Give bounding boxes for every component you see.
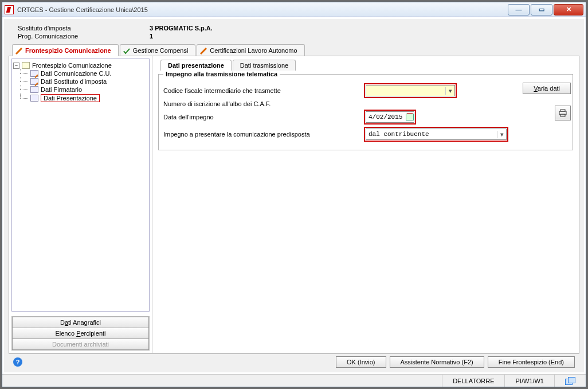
highlight-box: 4/02/2015 xyxy=(364,110,416,125)
subtab-dati-presentazione[interactable]: Dati presentazione xyxy=(160,60,232,71)
printer-icon xyxy=(558,109,567,117)
impegno-presentare-label: Impegno a presentare la comunicazione pr… xyxy=(163,131,364,138)
subtab-label: Dati presentazione xyxy=(168,62,224,69)
tab-certificazioni[interactable]: Certificazioni Lavoro Autonomo xyxy=(197,44,304,56)
sub-tab-strip: Dati presentazione Dati trasmissione xyxy=(157,60,574,71)
page-pencil-icon xyxy=(30,78,38,85)
page-icon xyxy=(30,95,38,102)
impegno-presentare-combo[interactable]: dal contribuente ▾ xyxy=(366,129,507,140)
collapse-icon[interactable]: − xyxy=(13,63,19,69)
fine-button[interactable]: Fine Frontespizio (End) xyxy=(488,356,575,368)
status-bar: DELLATORRE PI/W1/W1 xyxy=(2,374,586,387)
highlight-box: dal contribuente ▾ xyxy=(364,127,508,142)
codice-fiscale-label: Codice fiscale intermediario che trasmet… xyxy=(163,87,364,94)
svg-line-1 xyxy=(201,48,206,54)
impegno-legend: Impegno alla trasmissione telematica xyxy=(163,71,280,77)
check-icon xyxy=(123,48,130,55)
left-button-group: Dati Anagrafici Elenco Percipienti Docum… xyxy=(11,316,150,351)
chevron-down-icon[interactable]: ▾ xyxy=(445,87,454,95)
varia-dati-button[interactable]: Varia dati xyxy=(523,83,571,94)
data-impegno-value: 4/02/2015 xyxy=(366,114,405,120)
content-area: Sostituto d'imposta 3 PROGMATIC S.p.A. P… xyxy=(3,18,585,373)
left-panel: − Frontespizio Comunicazione Dati Comuni… xyxy=(9,56,152,353)
body: − Frontespizio Comunicazione Dati Comuni… xyxy=(9,56,579,353)
highlight-box: ▾ xyxy=(364,83,457,98)
ok-button[interactable]: OK (Invio) xyxy=(336,356,386,368)
svg-line-0 xyxy=(16,48,22,54)
ok-button-label: OK (Invio) xyxy=(347,359,375,365)
tree-item-label: Dati Firmatario xyxy=(41,86,82,93)
page-icon xyxy=(30,86,38,93)
pencil-icon xyxy=(15,48,22,55)
data-impegno-label: Data dell'impegno xyxy=(163,114,364,120)
data-impegno-field[interactable]: 4/02/2015 xyxy=(366,111,414,123)
numero-iscrizione-label: Numero di iscrizione all'albo dei C.A.F. xyxy=(163,100,364,107)
prog-comunicazione-value: 1 xyxy=(150,33,153,40)
footer-bar: ? OK (Invio) Assistente Normativo (F2) F… xyxy=(9,353,579,370)
fine-button-label: Fine Frontespizio (End) xyxy=(499,359,564,365)
tree-item-label: Dati Comunicazione C.U. xyxy=(41,70,112,77)
subtab-label: Dati trasmissione xyxy=(240,62,288,69)
page-pencil-icon xyxy=(30,70,38,77)
screens-icon xyxy=(565,377,575,385)
subtab-dati-trasmissione[interactable]: Dati trasmissione xyxy=(233,60,296,71)
documenti-archiviati-button: Documenti archiviati xyxy=(12,339,149,350)
pencil-icon xyxy=(200,48,207,55)
status-path: PI/W1/W1 xyxy=(504,375,554,387)
elenco-percipienti-button[interactable]: Elenco Percipienti xyxy=(12,328,149,339)
tree-item-label: Dati Sostituto d'imposta xyxy=(41,78,107,85)
codice-fiscale-combo[interactable]: ▾ xyxy=(366,85,455,96)
dati-anagrafici-button[interactable]: Dati Anagrafici xyxy=(12,317,149,328)
sostituto-value: 3 PROGMATIC S.p.A. xyxy=(150,25,213,32)
impegno-fieldset: Impegno alla trasmissione telematica Cod… xyxy=(158,71,573,150)
tree-item-dati-comunicazione[interactable]: Dati Comunicazione C.U. xyxy=(13,69,148,77)
tree-root-label: Frontespizio Comunicazione xyxy=(32,62,112,69)
print-button[interactable] xyxy=(555,106,571,120)
folder-open-icon xyxy=(22,62,30,69)
calendar-icon[interactable] xyxy=(406,114,414,120)
tab-gestione-compensi[interactable]: Gestione Compensi xyxy=(120,44,196,56)
prog-comunicazione-label: Prog. Comunicazione xyxy=(18,33,150,40)
titlebar: CRTGES - Gestione Certificazione Unica\2… xyxy=(2,2,586,17)
status-screens[interactable] xyxy=(554,375,586,387)
tab-frontespizio-label: Frontespizio Comunicazione xyxy=(25,47,111,54)
tree-item-dati-firmatario[interactable]: Dati Firmatario xyxy=(13,85,148,94)
tab-frontespizio[interactable]: Frontespizio Comunicazione xyxy=(12,44,119,56)
right-panel: Dati presentazione Dati trasmissione Imp… xyxy=(152,56,579,353)
status-user: DELLATORRE xyxy=(442,375,504,387)
assistente-button-label: Assistente Normativo (F2) xyxy=(401,359,473,365)
window-title: CRTGES - Gestione Certificazione Unica\2… xyxy=(17,6,148,13)
tab-gestione-compensi-label: Gestione Compensi xyxy=(133,47,189,54)
tree-root[interactable]: − Frontespizio Comunicazione xyxy=(13,61,148,69)
nav-tree[interactable]: − Frontespizio Comunicazione Dati Comuni… xyxy=(11,59,150,312)
chevron-down-icon[interactable]: ▾ xyxy=(497,131,506,138)
help-button[interactable]: ? xyxy=(13,357,22,367)
tree-item-dati-presentazione[interactable]: Dati Presentazione xyxy=(13,94,148,103)
documenti-archiviati-label: Documenti archiviati xyxy=(52,341,109,348)
app-icon xyxy=(5,5,14,14)
assistente-button[interactable]: Assistente Normativo (F2) xyxy=(390,356,484,368)
tab-certificazioni-label: Certificazioni Lavoro Autonomo xyxy=(210,47,297,54)
tree-item-label: Dati Presentazione xyxy=(41,94,100,102)
tree-item-dati-sostituto[interactable]: Dati Sostituto d'imposta xyxy=(13,77,148,85)
minimize-button[interactable]: — xyxy=(508,4,530,15)
sostituto-label: Sostituto d'imposta xyxy=(18,25,150,32)
close-button[interactable]: ✕ xyxy=(554,4,583,15)
impegno-presentare-value: dal contribuente xyxy=(366,131,497,138)
main-tab-strip: Frontespizio Comunicazione Gestione Comp… xyxy=(9,44,579,56)
svg-rect-3 xyxy=(560,110,565,111)
app-window: CRTGES - Gestione Certificazione Unica\2… xyxy=(2,2,586,387)
maximize-button[interactable]: ▭ xyxy=(531,4,552,15)
header-info: Sostituto d'imposta 3 PROGMATIC S.p.A. P… xyxy=(18,25,575,41)
